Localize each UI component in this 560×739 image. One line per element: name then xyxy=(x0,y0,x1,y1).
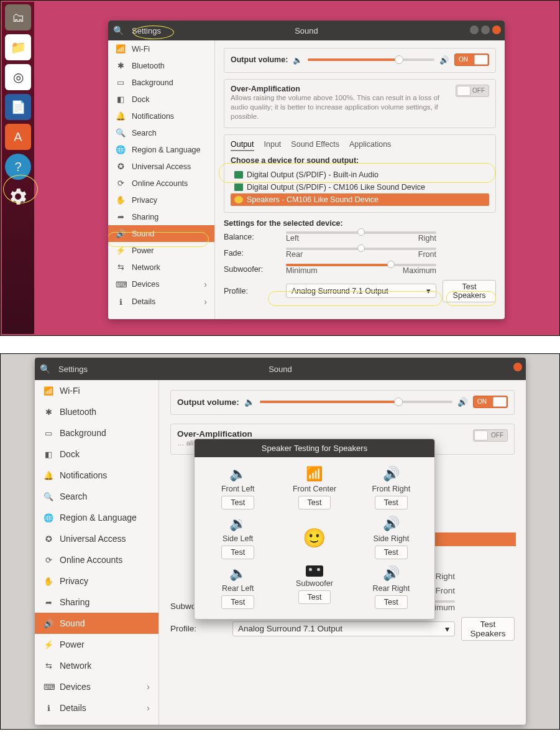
window-close[interactable] xyxy=(513,363,522,371)
speaker-test-button[interactable]: Test xyxy=(221,595,254,609)
sidebar-item-universal-access[interactable]: ✪Universal Access xyxy=(35,528,158,549)
launcher-help-icon[interactable]: ? xyxy=(5,154,31,180)
tab-sound-effects[interactable]: Sound Effects xyxy=(291,140,339,151)
sidebar-item-power[interactable]: ⚡Power xyxy=(108,242,214,259)
settings-window: 🔍 Settings Sound 📶Wi-Fi✱Bluetooth▭Backgr… xyxy=(108,21,505,319)
window-close[interactable] xyxy=(492,26,501,34)
overamp-title: Over-Amplification xyxy=(177,429,252,439)
sidebar-icon: ✪ xyxy=(116,162,126,171)
subwoofer-slider[interactable] xyxy=(286,264,436,266)
volume-high-icon: 🔊 xyxy=(439,55,449,65)
launcher-writer-icon[interactable]: 📄 xyxy=(5,94,31,120)
sidebar-item-details[interactable]: ℹDetails› xyxy=(35,697,158,718)
output-volume-toggle[interactable] xyxy=(454,53,489,66)
sidebar-item-background[interactable]: ▭Background xyxy=(35,422,158,444)
sidebar-item-devices[interactable]: ⌨Devices› xyxy=(35,676,158,697)
overamp-desc: Allows raising the volume above 100%. Th… xyxy=(231,93,451,121)
launcher-settings-icon[interactable] xyxy=(5,184,31,210)
app-title: Settings xyxy=(128,26,170,35)
balance-slider[interactable] xyxy=(286,231,436,234)
selected-device-settings-title: Settings for the selected device: xyxy=(224,219,496,228)
sidebar-item-region-language[interactable]: 🌐Region & Language xyxy=(108,141,214,158)
output-volume-toggle[interactable] xyxy=(473,396,508,408)
sidebar-icon: 🌐 xyxy=(44,513,53,523)
sidebar-item-privacy[interactable]: ✋Privacy xyxy=(35,570,158,592)
sidebar-item-label: Bluetooth xyxy=(60,407,96,417)
tab-input[interactable]: Input xyxy=(264,140,282,151)
volume-high-icon: 🔊 xyxy=(457,397,468,407)
window-minimize[interactable] xyxy=(470,26,479,34)
sidebar-item-label: Wi-Fi xyxy=(60,386,80,396)
sidebar-item-dock[interactable]: ◧Dock xyxy=(35,444,158,465)
launcher-files2-icon[interactable]: 📁 xyxy=(5,34,31,60)
sidebar-item-details[interactable]: ℹDetails› xyxy=(108,293,214,310)
search-icon[interactable]: 🔍 xyxy=(35,364,55,374)
sidebar-item-notifications[interactable]: 🔔Notifications xyxy=(108,108,214,124)
sidebar-item-network[interactable]: ⇆Network xyxy=(108,259,214,276)
speaker-test-button[interactable]: Test xyxy=(298,590,331,604)
window-maximize[interactable] xyxy=(481,26,490,34)
sidebar-item-privacy[interactable]: ✋Privacy xyxy=(108,192,214,208)
sidebar-item-wi-fi[interactable]: 📶Wi-Fi xyxy=(108,40,214,57)
speaker-icon: 🔊 xyxy=(383,516,400,532)
sidebar-item-sound[interactable]: 🔊Sound xyxy=(108,225,214,242)
speaker-front-right: 🔊Front RightTest xyxy=(356,466,427,509)
speaker-label: Front Center xyxy=(293,485,336,493)
speaker-test-button[interactable]: Test xyxy=(221,546,254,559)
sidebar-item-online-accounts[interactable]: ⟳Online Accounts xyxy=(35,549,158,570)
overamp-toggle[interactable] xyxy=(456,85,489,97)
output-volume-slider[interactable] xyxy=(308,58,434,61)
device-row[interactable]: Digital Output (S/PDIF) - CM106 Like Sou… xyxy=(231,181,489,193)
launcher-files-icon[interactable]: 🗂 xyxy=(5,4,31,30)
speaker-test-button[interactable]: Test xyxy=(375,546,408,559)
launcher-software-icon[interactable]: A xyxy=(5,124,31,150)
sidebar-item-search[interactable]: 🔍Search xyxy=(35,486,158,507)
speaker-test-button[interactable]: Test xyxy=(298,496,331,509)
tab-output[interactable]: Output xyxy=(231,140,254,151)
sidebar-item-bluetooth[interactable]: ✱Bluetooth xyxy=(35,401,158,422)
speaker-side-right: 🔊Side RightTest xyxy=(356,516,427,559)
sidebar-item-label: Sharing xyxy=(132,213,158,221)
device-row[interactable]: Digital Output (S/PDIF) - Built-in Audio xyxy=(231,169,489,181)
speaker-test-dialog: Speaker Testing for Speakers 🔈Front Left… xyxy=(194,439,435,620)
sidebar-item-sharing[interactable]: ➦Sharing xyxy=(35,592,158,613)
sidebar-item-sharing[interactable]: ➦Sharing xyxy=(108,208,214,225)
output-volume-label: Output volume: xyxy=(231,55,288,64)
sidebar-item-background[interactable]: ▭Background xyxy=(108,74,214,91)
launcher-rhythmbox-icon[interactable]: ◎ xyxy=(5,64,31,90)
output-device-list: Digital Output (S/PDIF) - Built-in Audio… xyxy=(231,169,489,206)
sidebar-item-wi-fi[interactable]: 📶Wi-Fi xyxy=(35,380,158,401)
sidebar-item-power[interactable]: ⚡Power xyxy=(35,634,158,655)
speaker-icon: 📶 xyxy=(306,466,323,482)
sidebar-icon: ➦ xyxy=(116,212,126,221)
sidebar-item-region-language[interactable]: 🌐Region & Language xyxy=(35,507,158,528)
sidebar-item-universal-access[interactable]: ✪Universal Access xyxy=(108,158,214,175)
sidebar-item-label: Bluetooth xyxy=(132,62,165,70)
settings-sidebar: 📶Wi-Fi✱Bluetooth▭Background◧Dock🔔Notific… xyxy=(108,40,215,319)
overamp-toggle[interactable] xyxy=(473,429,508,442)
profile-select[interactable]: Analog Surround 7.1 Output▾ xyxy=(286,284,436,298)
fade-slider[interactable] xyxy=(286,248,436,250)
sound-panel: Output volume: 🔈 🔊 Ove xyxy=(215,40,505,319)
sidebar-item-label: Devices xyxy=(60,682,91,692)
sidebar-item-dock[interactable]: ◧Dock xyxy=(108,91,214,108)
sidebar-item-devices[interactable]: ⌨Devices› xyxy=(108,276,214,293)
sidebar-icon: ◧ xyxy=(116,95,126,104)
sidebar-item-bluetooth[interactable]: ✱Bluetooth xyxy=(108,57,214,74)
profile-select[interactable]: Analog Surround 7.1 Output▾ xyxy=(232,621,455,636)
device-row-selected[interactable]: Speakers - CM106 Like Sound Device xyxy=(231,193,489,206)
sidebar-item-notifications[interactable]: 🔔Notifications xyxy=(35,465,158,486)
sidebar-item-online-accounts[interactable]: ⟳Online Accounts xyxy=(108,175,214,192)
speaker-test-button[interactable]: Test xyxy=(375,496,408,509)
speaker-test-button[interactable]: Test xyxy=(375,595,408,609)
output-volume-slider[interactable] xyxy=(260,401,452,403)
speaker-test-button[interactable]: Test xyxy=(221,496,254,509)
tab-applications[interactable]: Applications xyxy=(349,140,391,151)
test-speakers-button[interactable]: Test Speakers xyxy=(461,617,515,641)
sidebar-item-network[interactable]: ⇆Network xyxy=(35,655,158,676)
sidebar-item-sound[interactable]: 🔊Sound xyxy=(35,613,158,634)
titlebar: 🔍 Settings Sound xyxy=(108,21,505,40)
test-speakers-button[interactable]: Test Speakers xyxy=(443,280,496,302)
search-icon[interactable]: 🔍 xyxy=(108,26,128,35)
sidebar-item-search[interactable]: 🔍Search xyxy=(108,124,214,141)
